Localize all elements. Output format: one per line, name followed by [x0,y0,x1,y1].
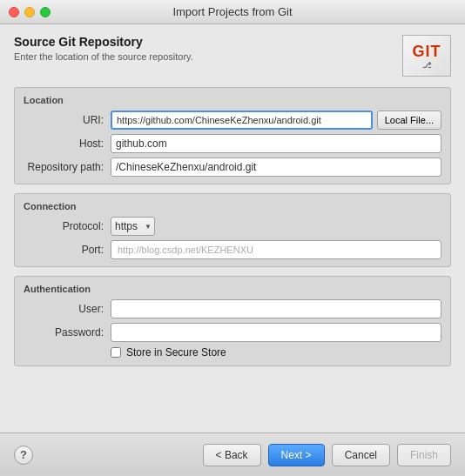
store-row: Store in Secure Store [24,346,441,359]
host-row: Host: [24,134,441,153]
title-bar: Import Projects from Git [0,0,465,24]
password-row: Password: [24,323,441,342]
user-input[interactable] [111,299,441,318]
uri-row: URI: Local File... [24,111,441,130]
content-area: Source Git Repository Enter the location… [0,24,465,476]
header-subtitle: Enter the location of the source reposit… [14,51,193,62]
dialog-container: Import Projects from Git Source Git Repo… [0,0,465,476]
footer-left: ? [14,446,33,465]
maximize-window-button[interactable] [40,7,51,17]
user-label: User: [24,303,111,315]
host-label: Host: [24,137,111,150]
location-section-label: Location [24,95,441,105]
store-checkbox-row: Store in Secure Store [111,346,226,359]
next-button[interactable]: Next > [268,444,325,466]
store-label: Store in Secure Store [126,346,226,359]
port-label: Port: [24,244,111,256]
footer: ? < Back Next > Cancel Finish [0,432,465,476]
header-section: Source Git Repository Enter the location… [14,35,451,77]
minimize-window-button[interactable] [24,7,35,17]
host-input[interactable] [111,134,441,153]
window-title: Import Projects from Git [172,5,292,18]
cancel-button[interactable]: Cancel [332,444,390,466]
user-row: User: [24,299,441,318]
header-title: Source Git Repository [14,35,193,49]
port-input[interactable] [111,240,441,259]
location-section: Location URI: Local File... Host: Reposi… [14,87,451,184]
header-text: Source Git Repository Enter the location… [14,35,193,62]
close-window-button[interactable] [9,7,19,17]
protocol-row: Protocol: https ssh git ftp [24,217,441,236]
git-logo-decoration: ⎇ [422,61,431,70]
store-checkbox[interactable] [111,347,121,358]
local-file-button[interactable]: Local File... [377,111,441,130]
authentication-section: Authentication User: Password: Store in … [14,276,451,366]
port-row: Port: http://blog.csdp.net/KEZHENXU [24,240,441,259]
back-button[interactable]: < Back [203,444,261,466]
finish-button: Finish [397,444,451,466]
git-logo: GIT ⎇ [402,35,451,77]
uri-input[interactable] [111,111,373,130]
protocol-select-wrapper: https ssh git ftp [111,217,155,236]
uri-label: URI: [24,114,111,126]
connection-section: Connection Protocol: https ssh git ftp P… [14,193,451,267]
authentication-section-label: Authentication [24,284,441,294]
password-input[interactable] [111,323,441,342]
footer-buttons: < Back Next > Cancel Finish [203,444,451,466]
window-controls [9,7,51,17]
repo-path-input[interactable] [111,158,441,177]
port-input-wrapper: http://blog.csdp.net/KEZHENXU [111,240,441,259]
git-logo-text: GIT [413,43,441,61]
help-button[interactable]: ? [14,446,33,465]
repo-path-label: Repository path: [24,161,111,173]
protocol-label: Protocol: [24,220,111,232]
repo-path-row: Repository path: [24,158,441,177]
password-label: Password: [24,326,111,339]
protocol-select[interactable]: https ssh git ftp [111,217,155,236]
connection-section-label: Connection [24,201,441,211]
uri-input-group: Local File... [111,111,441,130]
